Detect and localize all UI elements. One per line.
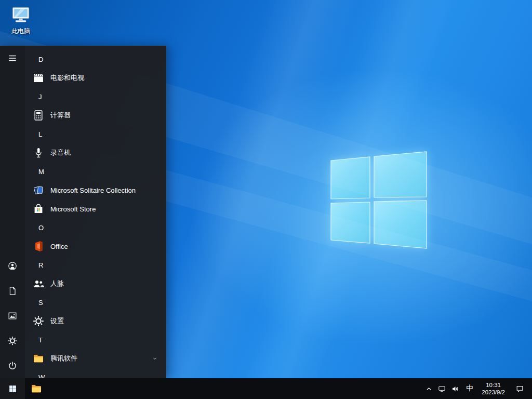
calculator-icon xyxy=(32,109,45,122)
app-label: Office xyxy=(50,243,68,250)
settings-button[interactable] xyxy=(0,328,25,353)
app-item-voice-recorder[interactable]: 录音机 xyxy=(25,143,166,162)
taskbar-clock[interactable]: 10:31 2023/9/2 xyxy=(477,378,509,399)
file-explorer-icon xyxy=(30,382,43,395)
letter-header-s[interactable]: S xyxy=(25,293,166,312)
speaker-icon xyxy=(451,384,460,393)
pictures-icon xyxy=(7,311,18,321)
this-pc-label: 此电脑 xyxy=(4,28,37,35)
expand-menu-button[interactable] xyxy=(0,46,25,71)
hamburger-icon xyxy=(7,53,18,63)
account-button[interactable] xyxy=(0,254,25,278)
letter-label: D xyxy=(38,56,43,63)
tray-hidden-icons-button[interactable] xyxy=(422,378,435,399)
app-item-office[interactable]: Office xyxy=(25,237,166,256)
screen: 此电脑 xyxy=(0,0,532,399)
app-label: 计算器 xyxy=(50,111,71,120)
letter-label: T xyxy=(38,336,43,344)
documents-button[interactable] xyxy=(0,278,25,303)
app-item-tencent-folder[interactable]: 腾讯软件 xyxy=(25,349,166,368)
letter-label: L xyxy=(38,130,42,138)
letter-header-w[interactable]: W xyxy=(25,368,166,378)
power-button[interactable] xyxy=(0,353,25,378)
app-label: 电影和电视 xyxy=(50,73,84,83)
letter-header-r[interactable]: R xyxy=(25,256,166,274)
start-menu: D 电影和电视 J 计算器 xyxy=(0,46,166,378)
store-icon xyxy=(32,203,45,215)
clock-time: 10:31 xyxy=(486,381,501,389)
desktop-icon-this-pc[interactable]: 此电脑 xyxy=(4,4,37,35)
app-item-people[interactable]: 人脉 xyxy=(25,274,166,293)
movies-tv-icon xyxy=(32,72,45,84)
file-explorer-button[interactable] xyxy=(25,378,48,399)
office-icon xyxy=(32,240,45,252)
action-center-button[interactable] xyxy=(509,378,530,399)
network-button[interactable] xyxy=(435,378,448,399)
gear-icon xyxy=(7,336,18,346)
voice-recorder-icon xyxy=(32,147,45,159)
windows-logo-icon xyxy=(8,384,17,393)
ime-indicator[interactable]: 中 xyxy=(462,378,477,399)
app-item-settings[interactable]: 设置 xyxy=(25,312,166,330)
app-label: 人脉 xyxy=(50,279,64,288)
letter-header-m[interactable]: M xyxy=(25,162,166,181)
folder-icon xyxy=(32,352,45,365)
user-account-icon xyxy=(7,261,18,271)
letter-label: M xyxy=(38,168,44,176)
power-icon xyxy=(7,361,18,371)
app-label: 设置 xyxy=(50,316,64,326)
people-icon xyxy=(32,277,45,290)
letter-label: S xyxy=(38,299,43,307)
start-menu-app-list: D 电影和电视 J 计算器 xyxy=(25,46,166,378)
this-pc-icon xyxy=(9,4,32,27)
solitaire-icon xyxy=(32,184,45,196)
letter-header-d[interactable]: D xyxy=(25,50,166,69)
action-center-icon xyxy=(515,384,524,393)
letter-header-o[interactable]: O xyxy=(25,218,166,237)
pictures-button[interactable] xyxy=(0,303,25,328)
app-item-calculator[interactable]: 计算器 xyxy=(25,106,166,125)
letter-label: R xyxy=(38,261,43,269)
app-item-solitaire[interactable]: Microsoft Solitaire Collection xyxy=(25,181,166,200)
letter-header-t[interactable]: T xyxy=(25,330,166,349)
app-label: 腾讯软件 xyxy=(50,354,77,363)
app-label: Microsoft Store xyxy=(50,205,96,213)
network-icon xyxy=(437,384,446,393)
letter-header-j[interactable]: J xyxy=(25,87,166,106)
ime-label: 中 xyxy=(466,384,473,393)
taskbar: 中 10:31 2023/9/2 xyxy=(0,378,532,399)
start-menu-rail xyxy=(0,46,25,378)
letter-label: J xyxy=(38,93,42,101)
start-button[interactable] xyxy=(0,378,25,399)
system-tray: 中 10:31 2023/9/2 xyxy=(422,378,532,399)
chevron-up-icon xyxy=(424,384,433,393)
app-item-movies-tv[interactable]: 电影和电视 xyxy=(25,69,166,87)
settings-gear-icon xyxy=(32,315,45,327)
letter-header-l[interactable]: L xyxy=(25,125,166,143)
letter-label: W xyxy=(38,374,45,379)
clock-date: 2023/9/2 xyxy=(482,389,505,396)
app-label: Microsoft Solitaire Collection xyxy=(50,187,136,194)
app-label: 录音机 xyxy=(50,148,71,157)
documents-icon xyxy=(7,286,18,296)
app-item-microsoft-store[interactable]: Microsoft Store xyxy=(25,200,166,218)
volume-button[interactable] xyxy=(448,378,462,399)
chevron-down-icon[interactable] xyxy=(151,355,158,362)
letter-label: O xyxy=(38,224,44,232)
